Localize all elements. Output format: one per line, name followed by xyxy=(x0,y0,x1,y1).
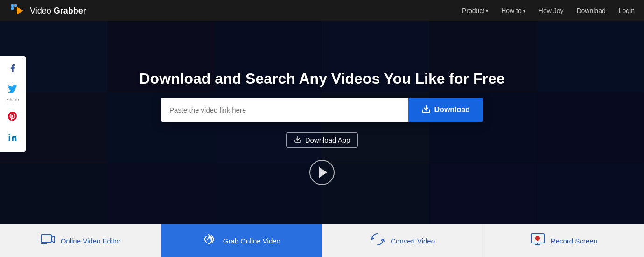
twitter-share-button[interactable]: Share xyxy=(0,80,26,107)
tab-record-screen[interactable]: Record Screen xyxy=(483,224,644,257)
play-icon xyxy=(319,167,327,178)
facebook-icon xyxy=(8,64,17,75)
tab-convert-video[interactable]: Convert Video xyxy=(322,224,483,257)
download-button-label: Download xyxy=(434,106,470,114)
pinterest-share-button[interactable] xyxy=(0,107,26,128)
logo-icon xyxy=(9,2,26,19)
social-sidebar: Share xyxy=(0,56,26,152)
bottom-tabs: Online Video Editor Grab Online Video Co… xyxy=(0,224,644,257)
download-app-label: Download App xyxy=(305,136,350,144)
linkedin-icon xyxy=(8,133,17,144)
hero-title: Download and Search Any Videos You Like … xyxy=(140,70,505,87)
video-editor-icon xyxy=(40,232,55,250)
linkedin-share-button[interactable] xyxy=(0,128,26,149)
svg-rect-8 xyxy=(41,235,51,242)
nav-howto[interactable]: How to ▾ xyxy=(501,7,525,14)
logo-area: Video Grabber xyxy=(9,2,462,19)
share-label: Share xyxy=(7,97,19,102)
twitter-icon xyxy=(8,85,17,96)
navbar: Video Grabber Product ▾ How to ▾ How Joy… xyxy=(0,0,644,21)
chevron-down-icon: ▾ xyxy=(523,8,525,14)
nav-download[interactable]: Download xyxy=(576,7,605,14)
nav-login[interactable]: Login xyxy=(619,7,635,14)
svg-point-5 xyxy=(9,134,10,135)
hero-section: Download and Search Any Videos You Like … xyxy=(0,21,644,234)
tab-grab-online-video-label: Grab Online Video xyxy=(223,237,280,245)
pinterest-icon xyxy=(8,112,17,123)
nav-product[interactable]: Product ▾ xyxy=(462,7,488,14)
download-app-link[interactable]: Download App xyxy=(286,132,358,148)
tab-record-screen-label: Record Screen xyxy=(551,237,597,245)
download-icon xyxy=(421,104,431,116)
chevron-down-icon: ▾ xyxy=(486,8,488,14)
svg-rect-3 xyxy=(11,7,14,10)
grab-video-icon xyxy=(203,232,217,250)
tab-online-video-editor[interactable]: Online Video Editor xyxy=(0,224,161,257)
logo-text: Video Grabber xyxy=(30,6,86,16)
svg-rect-1 xyxy=(11,4,14,7)
tab-online-video-editor-label: Online Video Editor xyxy=(61,237,121,245)
nav-howjoy[interactable]: How Joy xyxy=(539,7,564,14)
search-bar: Download xyxy=(161,98,483,122)
play-button[interactable] xyxy=(309,160,335,185)
download-button[interactable]: Download xyxy=(408,98,483,122)
svg-point-12 xyxy=(536,236,539,240)
facebook-share-button[interactable] xyxy=(0,59,26,80)
nav-links: Product ▾ How to ▾ How Joy Download Logi… xyxy=(462,7,635,14)
tab-convert-video-label: Convert Video xyxy=(391,237,435,245)
convert-video-icon xyxy=(370,232,385,250)
record-screen-icon xyxy=(530,232,545,250)
hero-content: Download and Search Any Videos You Like … xyxy=(0,21,644,234)
video-url-input[interactable] xyxy=(161,98,408,122)
svg-rect-2 xyxy=(14,4,17,7)
download-app-icon xyxy=(294,136,301,144)
tab-grab-online-video[interactable]: Grab Online Video xyxy=(161,224,322,257)
